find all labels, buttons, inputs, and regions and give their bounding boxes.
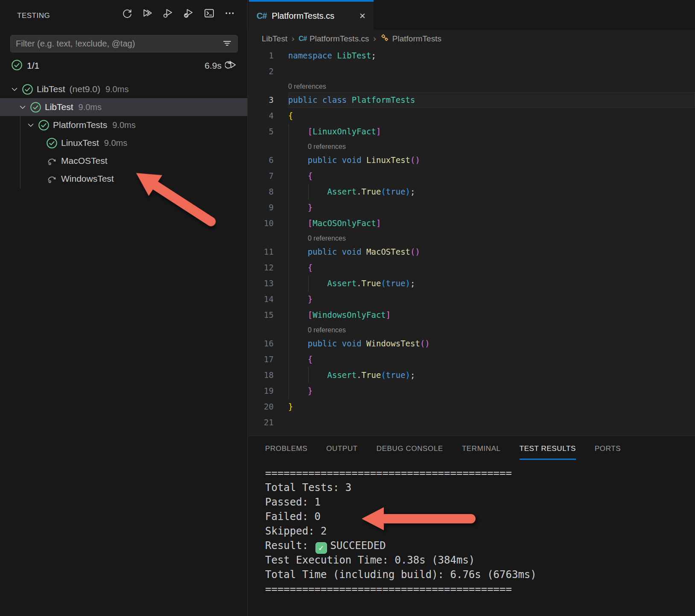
panel-tab-ports[interactable]: PORTS bbox=[595, 445, 621, 460]
test-tree-item[interactable]: MacOSTest bbox=[0, 152, 247, 170]
test-passed-icon bbox=[38, 119, 50, 131]
codelens-references[interactable]: 0 references bbox=[308, 140, 346, 153]
test-name: LinuxTest bbox=[61, 138, 99, 148]
debug-all-tests-button[interactable] bbox=[161, 6, 175, 20]
editor-area: C# PlatformTests.cs ✕ LibTest › C# Platf… bbox=[248, 0, 695, 436]
testing-toolbar bbox=[120, 6, 237, 20]
close-tab-icon[interactable]: ✕ bbox=[359, 11, 366, 21]
code-line: 7 { bbox=[248, 168, 695, 184]
refresh-tests-button[interactable] bbox=[120, 6, 134, 20]
code-line: 18 Assert.True(true); bbox=[248, 367, 695, 383]
panel-tab-problems[interactable]: PROBLEMS bbox=[265, 445, 307, 460]
codelens-row: 0 references bbox=[248, 139, 695, 152]
output-line: Total Tests: 3 bbox=[265, 480, 695, 495]
test-name: WindowsTest bbox=[61, 174, 114, 184]
chevron-down-icon[interactable] bbox=[16, 100, 29, 114]
test-name: MacOSTest bbox=[61, 156, 108, 166]
codelens-references[interactable]: 0 references bbox=[308, 324, 346, 337]
code-line: 11 public void MacOSTest() bbox=[248, 244, 695, 260]
chevron-down-icon[interactable] bbox=[32, 136, 46, 150]
test-passed-icon bbox=[29, 101, 41, 113]
code-line-text: { bbox=[288, 168, 695, 184]
testing-sidebar: TESTING 1/1 6.9s bbox=[0, 0, 248, 616]
code-line-text: [LinuxOnlyFact] bbox=[288, 124, 695, 139]
tests-passed-icon bbox=[11, 59, 23, 73]
chevron-down-icon[interactable] bbox=[24, 118, 38, 132]
chevron-down-icon[interactable] bbox=[32, 154, 46, 168]
panel-tab-output[interactable]: OUTPUT bbox=[326, 445, 357, 460]
test-name: PlatformTests bbox=[53, 120, 107, 130]
breadcrumb-class[interactable]: PlatformTests bbox=[380, 33, 441, 44]
run-duration: 6.9s bbox=[204, 61, 222, 71]
tree-indent-guide bbox=[20, 116, 20, 189]
line-number: 16 bbox=[248, 336, 274, 352]
filter-icon[interactable] bbox=[222, 38, 232, 50]
code-line: 4 { bbox=[248, 108, 695, 124]
line-number: 4 bbox=[248, 108, 274, 124]
codelens-row: 0 references bbox=[248, 323, 695, 336]
code-line: 1 namespace LibTest; bbox=[248, 48, 695, 64]
tab-platformtests[interactable]: C# PlatformTests.cs ✕ bbox=[249, 0, 374, 30]
line-number: 9 bbox=[248, 200, 274, 215]
codelens-references[interactable]: 0 references bbox=[288, 80, 326, 93]
codelens-row: 0 references bbox=[248, 231, 695, 244]
line-number: 15 bbox=[248, 307, 274, 323]
breadcrumb-project[interactable]: LibTest bbox=[262, 34, 287, 44]
test-duration: 9.0ms bbox=[112, 120, 135, 130]
run-tests-with-coverage-button[interactable] bbox=[181, 6, 196, 20]
code-line-text: Assert.True(true); bbox=[288, 276, 695, 291]
panel-tab-debug-console[interactable]: DEBUG CONSOLE bbox=[377, 445, 443, 460]
output-line: Total Time (including build): 6.76s (676… bbox=[265, 567, 695, 582]
line-number: 7 bbox=[248, 168, 274, 184]
panel-tab-terminal[interactable]: TERMINAL bbox=[462, 445, 501, 460]
test-filter-box bbox=[10, 35, 238, 52]
panel-tab-test-results[interactable]: TEST RESULTS bbox=[520, 445, 576, 460]
test-tree-item[interactable]: PlatformTests 9.0ms bbox=[0, 116, 247, 134]
code-line: 17 { bbox=[248, 352, 695, 367]
line-number: 17 bbox=[248, 352, 274, 367]
open-test-terminal-button[interactable] bbox=[202, 6, 216, 20]
code-line-text bbox=[288, 415, 695, 430]
succeeded-check-icon: ✓ bbox=[315, 542, 327, 554]
chevron-down-icon[interactable] bbox=[8, 82, 21, 96]
editor-tabstrip: C# PlatformTests.cs ✕ bbox=[248, 0, 695, 30]
line-number: 5 bbox=[248, 124, 274, 139]
test-tree-item[interactable]: LinuxTest 9.0ms bbox=[0, 134, 247, 152]
code-line: 8 Assert.True(true); bbox=[248, 184, 695, 200]
chevron-down-icon[interactable] bbox=[32, 172, 46, 186]
output-line: Passed: 1 bbox=[265, 495, 695, 509]
code-editor[interactable]: 1 namespace LibTest; 2 0 references 3 pu… bbox=[248, 48, 695, 430]
test-duration: 9.0ms bbox=[105, 84, 128, 94]
test-passed-icon bbox=[21, 83, 33, 95]
line-number: 10 bbox=[248, 215, 274, 231]
code-line-text: public void WindowsTest() bbox=[288, 336, 695, 352]
code-line: 5 [LinuxOnlyFact] bbox=[248, 124, 695, 139]
codelens-row: 0 references bbox=[248, 79, 695, 92]
line-number: 19 bbox=[248, 383, 274, 399]
line-number: 18 bbox=[248, 367, 274, 383]
line-number: 11 bbox=[248, 244, 274, 260]
test-tree-item[interactable]: WindowsTest bbox=[0, 170, 247, 188]
codelens-references[interactable]: 0 references bbox=[308, 232, 346, 245]
code-line: 3 public class PlatformTests bbox=[248, 92, 695, 108]
breadcrumb-file[interactable]: C# PlatformTests.cs bbox=[299, 34, 369, 44]
run-all-tests-button[interactable] bbox=[140, 6, 155, 20]
code-line-text: Assert.True(true); bbox=[288, 184, 695, 200]
output-line: ======================================== bbox=[265, 466, 695, 480]
line-number: 6 bbox=[248, 152, 274, 168]
breadcrumb-separator-icon: › bbox=[373, 34, 376, 44]
test-tree-item[interactable]: LibTest (net9.0) 9.0ms bbox=[0, 80, 247, 98]
more-actions-button[interactable] bbox=[222, 6, 237, 20]
line-number: 2 bbox=[248, 64, 274, 79]
test-name: LibTest bbox=[45, 102, 73, 112]
rerun-tests-icon[interactable] bbox=[225, 58, 238, 73]
output-line: Test Execution Time: 0.38s (384ms) bbox=[265, 553, 695, 567]
code-line-text: public class PlatformTests bbox=[288, 92, 695, 108]
test-filter-input[interactable] bbox=[11, 39, 222, 49]
panel-tabbar: PROBLEMSOUTPUTDEBUG CONSOLETERMINALTEST … bbox=[248, 436, 695, 460]
line-number: 14 bbox=[248, 291, 274, 307]
line-number: 12 bbox=[248, 260, 274, 276]
csharp-file-icon: C# bbox=[257, 11, 267, 21]
test-tree-item[interactable]: LibTest 9.0ms bbox=[0, 98, 247, 116]
line-number: 8 bbox=[248, 184, 274, 200]
